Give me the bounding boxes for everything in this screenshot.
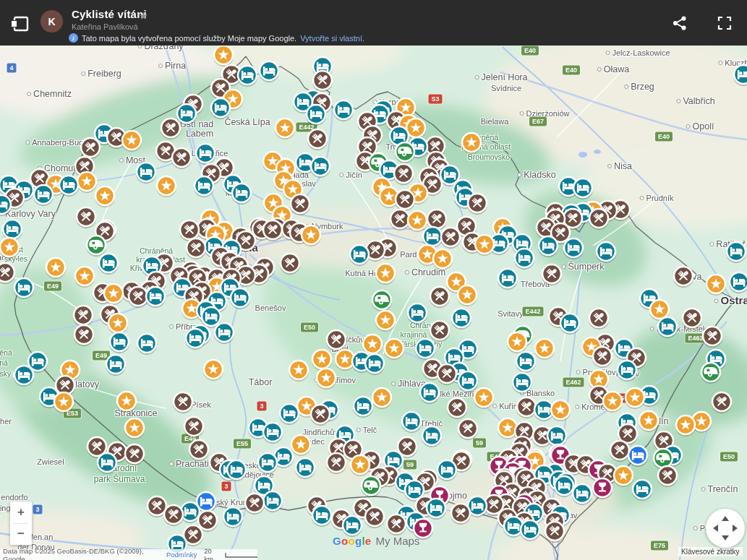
marker-lodging[interactable] xyxy=(259,61,279,82)
marker-restaurant[interactable] xyxy=(386,514,406,535)
marker-lodging[interactable] xyxy=(312,506,332,527)
marker-restaurant[interactable] xyxy=(610,441,630,462)
marker-lodging[interactable] xyxy=(306,105,326,126)
terms-link[interactable]: Podmínky xyxy=(166,551,197,559)
marker-restaurant[interactable] xyxy=(673,267,693,288)
marker-restaurant[interactable] xyxy=(712,392,732,413)
avatar[interactable]: K xyxy=(40,10,63,33)
marker-lodging[interactable] xyxy=(194,176,214,197)
marker-lodging[interactable] xyxy=(572,484,592,505)
marker-restaurant[interactable] xyxy=(0,263,15,284)
marker-attraction[interactable] xyxy=(407,211,427,232)
marker-winery[interactable] xyxy=(592,478,612,499)
marker-lodging[interactable] xyxy=(137,334,157,355)
marker-attraction[interactable] xyxy=(203,360,223,381)
marker-lodging[interactable] xyxy=(563,238,584,259)
marker-lodging[interactable] xyxy=(59,176,79,197)
marker-lodging[interactable] xyxy=(573,178,593,199)
marker-attraction[interactable] xyxy=(375,311,396,332)
marker-attraction[interactable] xyxy=(54,392,74,413)
marker-lodging[interactable] xyxy=(214,323,234,344)
marker-restaurant[interactable] xyxy=(76,207,96,228)
map-markers-layer[interactable] xyxy=(0,0,747,560)
marker-attraction[interactable] xyxy=(550,400,571,421)
marker-lodging[interactable] xyxy=(498,269,518,290)
marker-attraction[interactable] xyxy=(474,388,494,409)
marker-attraction[interactable] xyxy=(156,176,176,197)
marker-attraction[interactable] xyxy=(74,267,95,288)
marker-attraction[interactable] xyxy=(213,46,234,66)
marker-camping[interactable] xyxy=(372,290,392,311)
marker-lodging[interactable] xyxy=(237,66,257,87)
marker-lodging[interactable] xyxy=(437,460,457,481)
zoom-in-button[interactable]: + xyxy=(10,501,32,523)
marker-restaurant[interactable] xyxy=(173,392,193,413)
marker-attraction[interactable] xyxy=(291,435,311,456)
pan-control[interactable] xyxy=(706,509,745,548)
marker-restaurant[interactable] xyxy=(702,327,722,348)
marker-lodging[interactable] xyxy=(560,314,580,335)
marker-lodging[interactable] xyxy=(401,412,422,433)
marker-lodging[interactable] xyxy=(415,339,435,360)
marker-attraction[interactable] xyxy=(350,455,370,476)
marker-lodging[interactable] xyxy=(333,100,354,121)
marker-restaurant[interactable] xyxy=(184,417,204,438)
marker-lodging[interactable] xyxy=(729,272,747,293)
marker-restaurant[interactable] xyxy=(189,440,209,461)
marker-restaurant[interactable] xyxy=(430,321,450,342)
marker-restaurant[interactable] xyxy=(310,405,330,426)
marker-lodging[interactable] xyxy=(136,163,156,184)
marker-lodging[interactable] xyxy=(426,499,446,520)
marker-lodging[interactable] xyxy=(342,516,362,537)
marker-lodging[interactable] xyxy=(516,352,536,373)
marker-restaurant[interactable] xyxy=(542,264,562,285)
marker-restaurant[interactable] xyxy=(244,494,265,514)
marker-restaurant[interactable] xyxy=(393,164,414,185)
marker-attraction[interactable] xyxy=(124,418,145,439)
marker-restaurant[interactable] xyxy=(458,419,478,440)
marker-lodging[interactable] xyxy=(310,157,330,178)
marker-attraction[interactable] xyxy=(275,119,295,139)
marker-attraction[interactable] xyxy=(675,415,696,436)
marker-lodging[interactable] xyxy=(407,303,427,324)
marker-attraction[interactable] xyxy=(474,235,495,256)
marker-lodging[interactable] xyxy=(14,278,34,299)
marker-attraction[interactable] xyxy=(95,186,115,207)
marker-restaurant[interactable] xyxy=(589,309,609,329)
marker-attraction[interactable] xyxy=(375,264,396,285)
marker-lodging[interactable] xyxy=(14,366,34,387)
marker-lodging[interactable] xyxy=(231,184,252,204)
marker-attraction[interactable] xyxy=(432,249,453,270)
marker-lodging[interactable] xyxy=(364,354,385,375)
marker-attraction[interactable] xyxy=(116,392,137,413)
marker-attraction[interactable] xyxy=(108,314,128,335)
marker-lodging[interactable] xyxy=(458,371,478,392)
marker-restaurant[interactable] xyxy=(307,129,328,150)
marker-restaurant[interactable] xyxy=(73,306,93,327)
marker-camping[interactable] xyxy=(701,363,721,384)
marker-restaurant[interactable] xyxy=(682,309,702,329)
marker-attraction[interactable] xyxy=(534,339,555,360)
marker-attraction[interactable] xyxy=(602,392,623,413)
marker-lodging[interactable] xyxy=(97,453,117,474)
marker-lodging[interactable] xyxy=(596,242,616,263)
favorite-star-icon[interactable]: ★ xyxy=(139,10,148,22)
marker-lodging[interactable] xyxy=(185,329,205,350)
marker-restaurant[interactable] xyxy=(447,398,467,419)
marker-lodging[interactable] xyxy=(98,254,119,275)
marker-attraction[interactable] xyxy=(625,388,645,409)
marker-lodging[interactable] xyxy=(422,426,442,447)
marker-restaurant[interactable] xyxy=(80,138,101,159)
marker-restaurant[interactable] xyxy=(326,330,346,351)
marker-lodging[interactable] xyxy=(419,383,440,404)
share-icon[interactable] xyxy=(672,15,688,31)
marker-lodging[interactable] xyxy=(617,361,637,382)
marker-restaurant[interactable] xyxy=(186,238,206,259)
marker-lodging[interactable] xyxy=(726,242,746,263)
marker-lodging[interactable] xyxy=(657,317,678,338)
marker-restaurant[interactable] xyxy=(74,325,94,346)
marker-lodging[interactable] xyxy=(279,404,299,425)
marker-lodging[interactable] xyxy=(451,309,471,329)
marker-restaurant[interactable] xyxy=(437,364,457,385)
marker-lodging[interactable] xyxy=(109,332,129,353)
